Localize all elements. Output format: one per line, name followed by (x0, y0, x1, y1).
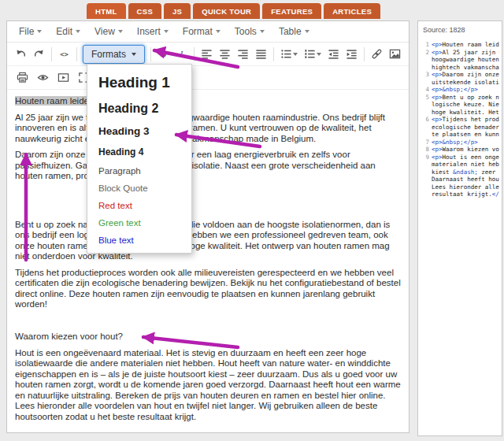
toolbar-row-2 (7, 66, 409, 90)
format-option-blue[interactable]: Blue text (87, 232, 191, 249)
html-tag: <p> (432, 139, 443, 146)
line-number (421, 64, 429, 72)
line-number (421, 161, 429, 169)
toolbar-indent-button[interactable] (343, 45, 361, 64)
formats-button[interactable]: Formats (83, 45, 145, 64)
link-icon (371, 48, 383, 60)
tab-quick-tour[interactable]: QUICK TOUR (193, 3, 260, 19)
format-option-h4[interactable]: Heading 4 (87, 142, 191, 162)
source-row: kiest &ndash; zeer du (421, 169, 499, 176)
toolbar-preview-button[interactable] (32, 69, 53, 87)
chevron-down-icon (118, 30, 123, 33)
tab-css[interactable]: CSS (128, 3, 161, 19)
toolbar-separator (273, 47, 274, 61)
format-option-green[interactable]: Green text (87, 214, 191, 232)
source-row: Daarnaast heeft hout (421, 176, 499, 183)
source-row: resultaat krijgt.</p> (421, 191, 499, 198)
tab-html[interactable]: HTML (87, 3, 126, 19)
redo-icon (33, 48, 45, 60)
paragraph: Tijdens het productieproces worden ook a… (15, 268, 401, 310)
html-tag: <p> (432, 86, 443, 93)
source-row: ecologische benaderin (421, 124, 499, 132)
chevron-down-icon (293, 53, 298, 56)
toolbar-align-right-button[interactable] (234, 45, 252, 64)
paragraph: Houten raam leide (15, 96, 401, 107)
line-number: 3 (421, 71, 429, 79)
toolbar-align-center-button[interactable] (216, 45, 234, 64)
source-code: <p>Daarom zijn onze (432, 71, 499, 79)
menu-edit[interactable]: Edit (49, 21, 87, 42)
toolbar-align-justify-button[interactable] (252, 45, 270, 64)
editor-content[interactable]: Houten raam leideAl 25 jaar zijn we toon… (7, 90, 409, 433)
source-code: kiest &ndash; zeer du (432, 169, 499, 176)
html-tag: </p> (464, 86, 478, 93)
toolbar-image-button[interactable] (386, 45, 404, 64)
selected-text: Houten raam leide (15, 96, 89, 106)
source-text: hoge kwaliteit. Het ont (432, 109, 499, 116)
html-tag: <p> (432, 154, 443, 161)
paragraph: Bent u op zoek naar nieuwe houten ramen … (15, 220, 401, 262)
line-number: 4 (421, 86, 429, 94)
format-option-h3[interactable]: Heading 3 (87, 120, 191, 142)
chevron-down-icon (37, 30, 42, 33)
toolbar-print-button[interactable] (12, 69, 32, 87)
source-row: 7<p>&nbsp;</p> (421, 139, 499, 146)
toolbar-numbered-list-button[interactable] (301, 45, 324, 64)
toolbar-separator (51, 47, 52, 61)
line-number: 6 (421, 116, 429, 124)
menu-view[interactable]: View (87, 21, 130, 42)
format-option-paragraph[interactable]: Paragraph (87, 162, 191, 180)
source-row: hoogwaardige houten (421, 56, 499, 64)
source-text: uitstekende isolatie. N (432, 79, 499, 86)
toolbar-link-button[interactable] (368, 45, 386, 64)
align-left-icon (201, 48, 213, 60)
source-code: <p>&nbsp;</p> (432, 139, 478, 146)
svg-text:B: B (161, 49, 167, 58)
toolbar-redo-button[interactable] (30, 45, 48, 64)
undo-icon (15, 48, 27, 60)
source-row: te plaatsen en kunnen (421, 131, 499, 139)
toolbar-bold-button[interactable]: B (154, 45, 172, 64)
source-text: Houten raam leide (443, 41, 499, 48)
format-option-h2[interactable]: Heading 2 (87, 97, 191, 120)
italic-icon: I (176, 48, 187, 60)
source-row: 1<p>Houten raam leide (421, 41, 499, 49)
html-entity: &nbsp; (443, 139, 464, 146)
toolbar-media-button[interactable] (53, 69, 73, 87)
format-option-blockquote[interactable]: Block Quote (87, 180, 191, 197)
toolbar-code-button[interactable]: <> (55, 45, 73, 64)
menu-table[interactable]: Table (272, 21, 317, 42)
svg-text:I: I (180, 49, 183, 58)
toolbar-align-left-button[interactable] (198, 45, 216, 64)
source-text: Hout is een ongeë (443, 154, 499, 161)
format-option-red[interactable]: Red text (87, 197, 191, 214)
empty-paragraph (15, 316, 401, 327)
source-text: Daarom zijn onze (443, 71, 499, 78)
menu-format[interactable]: Format (176, 21, 228, 42)
source-code: <p>&nbsp;</p> (432, 86, 478, 94)
line-number (421, 169, 429, 176)
toolbar-italic-button[interactable]: I (172, 45, 191, 64)
tab-js[interactable]: JS (164, 3, 191, 19)
numbered-list-icon (304, 48, 316, 60)
source-row: hoge kwaliteit. Het ont (421, 109, 499, 117)
format-option-h1[interactable]: Heading 1 (87, 69, 191, 97)
tab-articles[interactable]: ARTICLES (324, 3, 380, 19)
menu-label: Insert (137, 26, 161, 37)
menu-file[interactable]: File (12, 21, 49, 42)
menu-tools[interactable]: Tools (228, 21, 272, 42)
source-text: hoogwaardige houten (432, 56, 499, 63)
tab-features[interactable]: FEATURES (262, 3, 321, 19)
toolbar-outdent-button[interactable] (324, 45, 343, 64)
menu-insert[interactable]: Insert (130, 21, 176, 42)
toolbar-undo-button[interactable] (12, 45, 30, 64)
toolbar-separator (364, 47, 365, 61)
line-number (421, 183, 429, 191)
line-number (421, 176, 429, 183)
toolbar-bullet-list-button[interactable] (277, 45, 301, 64)
line-number: 9 (421, 154, 429, 161)
line-number: 2 (421, 49, 429, 57)
html-tag: <p> (432, 116, 443, 123)
menu-label: View (94, 26, 115, 37)
align-right-icon (237, 48, 249, 60)
